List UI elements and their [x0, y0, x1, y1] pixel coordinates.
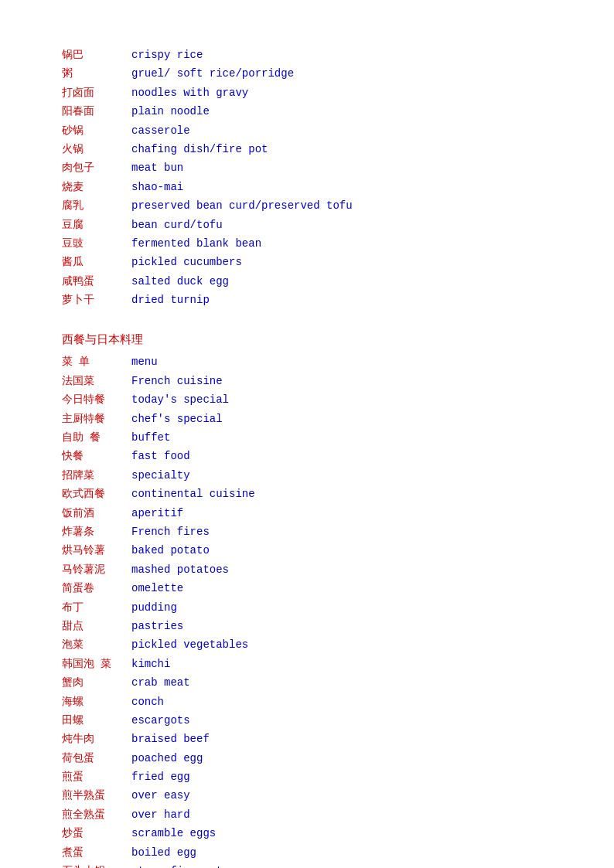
chinese-term: 炖牛肉 [62, 730, 131, 747]
table-row: 自助 餐buffet [62, 429, 552, 446]
section-spacer [62, 310, 552, 318]
english-translation: chafing dish/fire pot [131, 141, 268, 158]
table-row: 甜点pastries [62, 618, 552, 635]
table-row: 法国菜French cuisine [62, 373, 552, 390]
chinese-term: 锅巴 [62, 46, 131, 63]
table-row: 炒蛋scramble eggs [62, 825, 552, 842]
english-translation: noodles with gravy [131, 84, 248, 101]
chinese-term: 煎半熟蛋 [62, 787, 131, 804]
chinese-term: 煎蛋 [62, 768, 131, 785]
english-translation: pickled cucumbers [131, 254, 242, 271]
chinese-term: 甜点 [62, 618, 131, 635]
table-row: 煎蛋fried egg [62, 768, 552, 785]
table-row: 煎半熟蛋 over easy [62, 787, 552, 804]
table-row: 炸薯条French fires [62, 523, 552, 540]
english-translation: French fires [131, 523, 210, 540]
chinese-term: 酱瓜 [62, 254, 131, 271]
english-translation: fast food [131, 448, 190, 465]
chinese-term: 炒蛋 [62, 825, 131, 842]
english-translation: fermented blank bean [131, 235, 261, 252]
table-row: 菜 单menu [62, 353, 552, 370]
table-row: 韩国泡 菜 kimchi [62, 655, 552, 672]
chinese-term: 荷包蛋 [62, 750, 131, 767]
chinese-term: 自助 餐 [62, 429, 131, 446]
chinese-term: 砂锅 [62, 122, 131, 139]
chinese-term: 田螺 [62, 712, 131, 729]
english-translation: stone fire pot [131, 863, 223, 868]
table-row: 咸鸭蛋salted duck egg [62, 273, 552, 290]
table-row: 快餐fast food [62, 448, 552, 465]
chinese-term: 烘马铃薯 [62, 542, 131, 559]
chinese-term: 法国菜 [62, 373, 131, 390]
chinese-term: 烧麦 [62, 179, 131, 196]
chinese-term: 火锅 [62, 141, 131, 158]
chinese-term: 蟹肉 [62, 674, 131, 691]
chinese-term: 肉包子 [62, 159, 131, 176]
table-row: 饭前酒 aperitif [62, 505, 552, 522]
table-row: 田螺escargots [62, 712, 552, 729]
english-translation: continental cuisine [131, 485, 255, 502]
english-translation: kimchi [131, 655, 170, 672]
chinese-term: 煮蛋 [62, 844, 131, 861]
english-translation: poached egg [131, 750, 203, 767]
english-translation: preserved bean curd/preserved tofu [131, 197, 353, 214]
english-translation: buffet [131, 429, 170, 446]
english-translation: crispy rice [131, 46, 203, 63]
table-row: 今日特餐today's special [62, 391, 552, 408]
chinese-term: 简蛋卷 [62, 580, 131, 597]
table-row: 酱瓜pickled cucumbers [62, 254, 552, 271]
chinese-term: 快餐 [62, 448, 131, 465]
chinese-term: 腐乳 [62, 197, 131, 214]
english-translation: escargots [131, 712, 190, 729]
chinese-term: 打卤面 [62, 84, 131, 101]
section-header-western-japanese: 西餐与日本料理 [62, 332, 552, 350]
table-row: 煮蛋boiled egg [62, 844, 552, 861]
english-translation: omelette [131, 580, 183, 597]
chinese-term: 海螺 [62, 693, 131, 710]
table-row: 腐乳preserved bean curd/preserved tofu [62, 197, 552, 214]
english-translation: shao-mai [131, 179, 183, 196]
english-translation: menu [131, 353, 158, 370]
chinese-term: 煎全熟蛋 [62, 806, 131, 823]
english-translation: boiled egg [131, 844, 196, 861]
table-row: 粥gruel/ soft rice/porridge [62, 65, 552, 82]
table-row: 简蛋卷omelette [62, 580, 552, 597]
english-translation: plain noodle [131, 103, 210, 120]
english-translation: scramble eggs [131, 825, 216, 842]
table-row: 布丁pudding [62, 599, 552, 616]
table-row: 肉包子meat bun [62, 159, 552, 176]
table-row: 煎全熟蛋 over hard [62, 806, 552, 823]
english-translation: aperitif [131, 505, 183, 522]
english-translation: pastries [131, 618, 183, 635]
english-translation: over hard [131, 806, 190, 823]
chinese-term: 豆豉 [62, 235, 131, 252]
english-translation: braised beef [131, 730, 210, 747]
table-row: 烧麦shao-mai [62, 179, 552, 196]
english-translation: meat bun [131, 159, 183, 176]
table-row: 锅巴crispy rice [62, 46, 552, 63]
table-row: 豆腐bean curd/tofu [62, 216, 552, 233]
english-translation: today's special [131, 391, 229, 408]
english-translation: chef's special [131, 410, 223, 427]
english-translation: mashed potatoes [131, 561, 229, 578]
table-row: 炖牛肉braised beef [62, 730, 552, 747]
chinese-term: 石头火锅 [62, 863, 131, 868]
table-row: 海螺conch [62, 693, 552, 710]
english-translation: dried turnip [131, 291, 210, 308]
table-row: 欧式西餐continental cuisine [62, 485, 552, 502]
chinese-term: 阳春面 [62, 103, 131, 120]
english-translation: crab meat [131, 674, 190, 691]
table-row: 荷包蛋poached egg [62, 750, 552, 767]
chinese-term: 招牌菜 [62, 467, 131, 484]
table-row: 泡菜pickled vegetables [62, 636, 552, 653]
chinese-term: 咸鸭蛋 [62, 273, 131, 290]
table-row: 招牌菜specialty [62, 467, 552, 484]
table-row: 豆豉fermented blank bean [62, 235, 552, 252]
chinese-term: 炸薯条 [62, 523, 131, 540]
table-row: 烘马铃薯baked potato [62, 542, 552, 559]
english-translation: baked potato [131, 542, 210, 559]
chinese-term: 马铃薯泥 [62, 561, 131, 578]
table-row: 萝卜干dried turnip [62, 291, 552, 308]
app-container: 锅巴crispy rice粥gruel/ soft rice/porridge打… [62, 46, 552, 868]
chinese-term: 欧式西餐 [62, 485, 131, 502]
